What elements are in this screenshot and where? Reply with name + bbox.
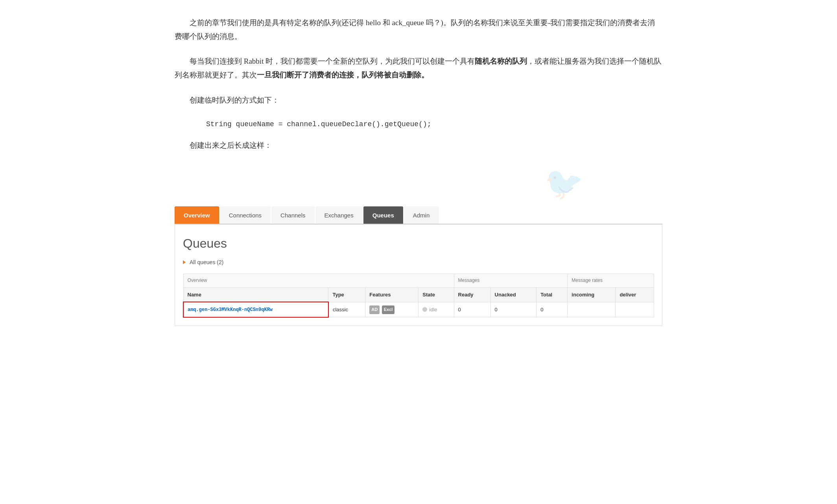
col-type: Type bbox=[328, 287, 365, 302]
para2-bold2: 一旦我们断开了消费者的连接，队列将被自动删除。 bbox=[257, 71, 429, 79]
state-dot-icon bbox=[422, 307, 427, 312]
tab-admin[interactable]: Admin bbox=[404, 206, 439, 224]
badge-excl: Excl bbox=[382, 305, 395, 314]
message-rates-group-header: Message rates bbox=[568, 274, 654, 288]
queue-incoming-cell bbox=[568, 302, 616, 317]
queue-type-cell: classic bbox=[328, 302, 365, 317]
col-unacked: Unacked bbox=[490, 287, 536, 302]
queue-ready-cell: 0 bbox=[454, 302, 490, 317]
watermark-area: 🐦 bbox=[175, 163, 662, 195]
paragraph-3: 创建临时队列的方式如下： bbox=[175, 93, 662, 107]
paragraph-4: 创建出来之后长成这样： bbox=[175, 138, 662, 152]
queue-deliver-cell bbox=[616, 302, 654, 317]
all-queues-toggle[interactable]: All queues (2) bbox=[183, 258, 654, 267]
para2-prefix: 每当我们连接到 Rabbit 时，我们都需要一个全新的空队列，为此我们可以创建一… bbox=[190, 57, 475, 65]
paragraph-2: 每当我们连接到 Rabbit 时，我们都需要一个全新的空队列，为此我们可以创建一… bbox=[175, 54, 662, 82]
overview-group-header: Overview bbox=[183, 274, 454, 288]
page-container: 之前的章节我们使用的是具有特定名称的队列(还记得 hello 和 ack_que… bbox=[143, 0, 694, 342]
tab-overview[interactable]: Overview bbox=[175, 206, 219, 224]
table-group-header-row: Overview Messages Message rates bbox=[183, 274, 654, 288]
table-col-header-row: Name Type Features State Ready Unacked T… bbox=[183, 287, 654, 302]
col-total: Total bbox=[536, 287, 568, 302]
queues-title: Queues bbox=[183, 232, 654, 255]
nav-tabs: Overview Connections Channels Exchanges … bbox=[175, 206, 662, 224]
queue-features-cell: AD Excl bbox=[365, 302, 418, 317]
col-name: Name bbox=[183, 287, 328, 302]
all-queues-label: All queues (2) bbox=[190, 258, 223, 267]
queue-state-cell: idle bbox=[418, 302, 454, 317]
code-text: String queueName = channel.queueDeclare(… bbox=[206, 120, 431, 128]
arrow-right-icon bbox=[183, 260, 186, 264]
tab-channels[interactable]: Channels bbox=[271, 206, 314, 224]
table-row: amq.gen-SGx3MVkKnqR-nQCSn9qKRw classic A… bbox=[183, 302, 654, 317]
para2-bold1: 随机名称的队列 bbox=[475, 57, 527, 65]
watermark-icon: 🐦 bbox=[544, 155, 584, 212]
col-incoming: incoming bbox=[568, 287, 616, 302]
queues-section: Queues All queues (2) Overview Messages … bbox=[175, 224, 662, 326]
messages-group-header: Messages bbox=[454, 274, 568, 288]
queues-table: Overview Messages Message rates Name Typ… bbox=[183, 274, 654, 318]
tab-queues[interactable]: Queues bbox=[363, 206, 403, 224]
col-features: Features bbox=[365, 287, 418, 302]
queue-total-cell: 0 bbox=[536, 302, 568, 317]
paragraph-1: 之前的章节我们使用的是具有特定名称的队列(还记得 hello 和 ack_que… bbox=[175, 16, 662, 43]
col-deliver: deliver bbox=[616, 287, 654, 302]
queue-name-cell: amq.gen-SGx3MVkKnqR-nQCSn9qKRw bbox=[183, 302, 328, 317]
col-state: State bbox=[418, 287, 454, 302]
badge-ad: AD bbox=[369, 305, 380, 314]
tab-exchanges[interactable]: Exchanges bbox=[315, 206, 363, 224]
col-ready: Ready bbox=[454, 287, 490, 302]
queue-unacked-cell: 0 bbox=[490, 302, 536, 317]
code-block: String queueName = channel.queueDeclare(… bbox=[206, 118, 662, 131]
queue-name-link[interactable]: amq.gen-SGx3MVkKnqR-nQCSn9qKRw bbox=[188, 307, 273, 313]
state-indicator: idle bbox=[422, 305, 450, 314]
tab-connections[interactable]: Connections bbox=[220, 206, 271, 224]
state-label: idle bbox=[429, 305, 437, 314]
